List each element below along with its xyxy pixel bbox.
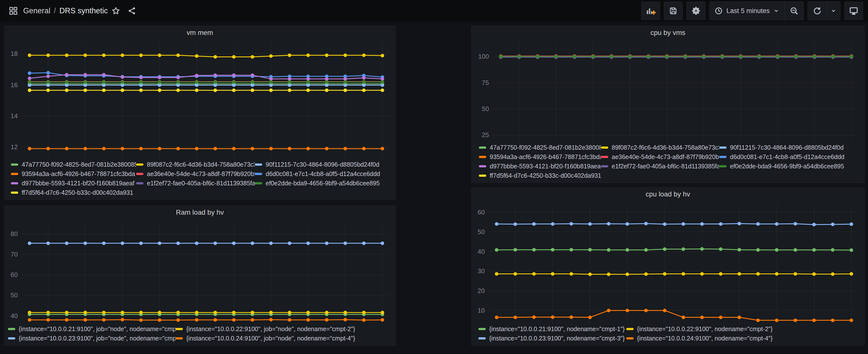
legend-item[interactable]: {instance="10.0.0.21:9100", nodename="cm… (478, 324, 626, 333)
chart-canvas[interactable]: 17:42:3017:43:0017:43:3017:44:0017:44:30… (471, 39, 864, 143)
legend-item[interactable]: ff7d5f64-d7c6-4250-b33c-d00c402da931 (11, 188, 136, 197)
panel-title[interactable]: Ram load by hv (4, 206, 395, 219)
legend-item[interactable]: 89f087c2-f6c6-4d36-b3d4-758a80e73c3a (136, 160, 255, 169)
vm-mem-chart[interactable]: 17:42:3017:43:0017:43:3017:44:0017:44:30… (4, 39, 395, 160)
svg-text:70: 70 (10, 251, 18, 258)
series-label: d977bbbe-5593-4121-bf20-f160b819aeaf (490, 163, 601, 170)
panel-title[interactable]: cpu by vms (471, 26, 864, 39)
legend-item[interactable]: ff7d5f64-d7c6-4250-b33c-d00c402da931 (479, 171, 601, 180)
series-color-swatch (719, 146, 726, 149)
cpu-by-vms-chart[interactable]: 17:42:3017:43:0017:43:3017:44:0017:44:30… (471, 39, 864, 143)
legend-item[interactable]: ef0e2dde-bda9-4656-9bf9-a54db6cee895 (719, 162, 864, 171)
series-color-swatch (136, 164, 144, 166)
legend-item[interactable]: 93594a3a-acf6-4926-b467-78871cfc3bda (479, 152, 601, 162)
star-dashboard-button[interactable] (108, 2, 124, 20)
legend-item[interactable]: {instance="10.0.0.22:9100", nodename="cm… (626, 324, 864, 333)
legend-item[interactable]: {instance="10.0.0.23:9100", job="node", … (8, 333, 176, 343)
series-color-swatch (719, 165, 726, 167)
breadcrumb-folder[interactable]: General (23, 6, 50, 15)
series-line (497, 311, 851, 320)
chart-canvas[interactable]: 17:42:3017:43:0017:43:3017:44:0017:44:30… (4, 39, 395, 160)
svg-text:60: 60 (10, 271, 18, 278)
legend-item[interactable]: {instance="10.0.0.22:9100", job="node", … (176, 324, 395, 333)
time-picker-group: Last 5 minutes (709, 1, 804, 20)
dashboard-settings-button[interactable] (687, 2, 705, 20)
chevron-down-icon (830, 8, 837, 14)
grafana-dashboard: General / DRS synthetic (0, 0, 868, 354)
breadcrumb-dashboard-title[interactable]: DRS synthetic (59, 6, 108, 15)
legend-item[interactable]: d977bbbe-5593-4121-bf20-f160b819aeaf (479, 162, 601, 171)
legend-item[interactable]: 93594a3a-acf6-4926-b467-78871cfc3bda (11, 169, 136, 178)
legend-item[interactable]: ae36e40e-54de-4c73-a8df-87f79b920bf0 (601, 152, 719, 162)
refresh-dashboard-button[interactable] (808, 2, 827, 20)
series-line (497, 274, 851, 275)
cycle-view-mode-button[interactable] (844, 2, 863, 20)
share-dashboard-button[interactable] (124, 2, 140, 20)
series-color-swatch (176, 337, 183, 340)
panel-title[interactable]: vm mem (4, 26, 395, 39)
legend-item[interactable]: {instance="10.0.0.21:9100", job="node", … (8, 324, 176, 333)
series-label: 93594a3a-acf6-4926-b467-78871cfc3bda (22, 170, 135, 177)
save-icon (669, 6, 678, 15)
series-label: {instance="10.0.0.24:9100", nodename="cm… (637, 335, 773, 342)
series-color-swatch (176, 328, 183, 330)
legend: {instance="10.0.0.21:9100", job="node", … (4, 324, 395, 345)
series-color-swatch (601, 146, 608, 149)
zoom-out-icon (789, 6, 799, 15)
series-label: e1f2ef72-fae0-405a-bf6c-81d1139385fa (612, 163, 719, 170)
legend-item[interactable]: 90f11215-7c30-4864-8096-d8805bd24f0d (255, 160, 395, 169)
series-label: d6d0c081-e7c1-4cb8-a0f5-d12a4cce6ddd (266, 170, 380, 177)
legend-item[interactable]: 90f11215-7c30-4864-8096-d8805bd24f0d (719, 143, 864, 152)
svg-text:100: 100 (478, 53, 489, 60)
legend-item[interactable]: e1f2ef72-fae0-405a-bf6c-81d1139385fa (136, 178, 255, 188)
series-label: 93594a3a-acf6-4926-b467-78871cfc3bda (490, 153, 601, 161)
legend-item[interactable]: 47a77750-f092-4825-8ed7-081b2e380085 (11, 160, 136, 169)
series-color-swatch (479, 156, 486, 158)
add-panel-button[interactable] (641, 2, 660, 20)
legend-item[interactable]: 89f087c2-f6c6-4d36-b3d4-758a80e73c3a (601, 143, 719, 152)
legend-item[interactable]: ef0e2dde-bda9-4656-9bf9-a54db6cee895 (255, 178, 395, 188)
breadcrumb-separator: / (54, 6, 56, 15)
series-color-swatch (255, 173, 262, 175)
series-label: 47a77750-f092-4825-8ed7-081b2e380085 (490, 144, 601, 151)
save-dashboard-button[interactable] (664, 2, 683, 20)
ram-load-by-hv-chart[interactable]: 17:42:3017:43:0017:43:3017:44:0017:44:30… (4, 219, 395, 324)
series-color-swatch (601, 165, 608, 167)
cpu-load-by-hv-chart[interactable]: 17:42:3017:43:0017:43:3017:44:0017:44:30… (471, 201, 864, 324)
legend-item[interactable]: {instance="10.0.0.24:9100", nodename="cm… (626, 333, 864, 343)
series-color-swatch (626, 337, 633, 340)
panel-cpu-load-by-hv: cpu load by hv 17:42:3017:43:0017:43:301… (471, 187, 865, 346)
apps-grid-button[interactable] (5, 2, 22, 20)
chart-canvas[interactable]: 17:42:3017:43:0017:43:3017:44:0017:44:30… (471, 201, 864, 324)
series-label: {instance="10.0.0.22:9100", job="node", … (186, 325, 355, 332)
legend-item[interactable]: d6d0c081-e7c1-4cb8-a0f5-d12a4cce6ddd (255, 169, 395, 178)
legend-item[interactable]: {instance="10.0.0.24:9100", job="node", … (176, 333, 395, 343)
legend-item[interactable]: e1f2ef72-fae0-405a-bf6c-81d1139385fa (601, 162, 719, 171)
legend-item[interactable]: {instance="10.0.0.23:9100", nodename="cm… (478, 333, 626, 343)
svg-text:75: 75 (482, 79, 489, 86)
panel-title[interactable]: cpu load by hv (471, 187, 864, 201)
series-color-swatch (11, 191, 18, 194)
legend-item[interactable]: 47a77750-f092-4825-8ed7-081b2e380085 (479, 143, 601, 152)
legend-item[interactable]: d6d0c081-e7c1-4cb8-a0f5-d12a4cce6ddd (719, 152, 864, 162)
chevron-down-icon (773, 8, 779, 14)
add-panel-icon (646, 6, 656, 16)
series-color-swatch (479, 165, 486, 167)
time-range-picker[interactable]: Last 5 minutes (710, 2, 784, 20)
star-icon (111, 6, 121, 15)
refresh-interval-dropdown[interactable] (827, 2, 840, 20)
series-label: {instance="10.0.0.23:9100", nodename="cm… (489, 335, 625, 342)
refresh-group (808, 1, 840, 20)
legend-item[interactable]: d977bbbe-5593-4121-bf20-f160b819aeaf (11, 178, 136, 188)
series-color-swatch (719, 156, 726, 158)
zoom-out-time-button[interactable] (785, 2, 803, 20)
svg-text:60: 60 (477, 209, 485, 216)
legend-item[interactable]: ae36e40e-54de-4c73-a8df-87f79b920bf0 (136, 169, 255, 178)
svg-text:50: 50 (10, 291, 18, 299)
svg-text:50: 50 (482, 105, 489, 112)
chart-canvas[interactable]: 17:42:3017:43:0017:43:3017:44:0017:44:30… (4, 219, 395, 324)
series-color-swatch (11, 164, 18, 166)
series-line (497, 223, 851, 224)
series-label: 47a77750-f092-4825-8ed7-081b2e380085 (22, 161, 136, 168)
series-color-swatch (601, 156, 608, 158)
